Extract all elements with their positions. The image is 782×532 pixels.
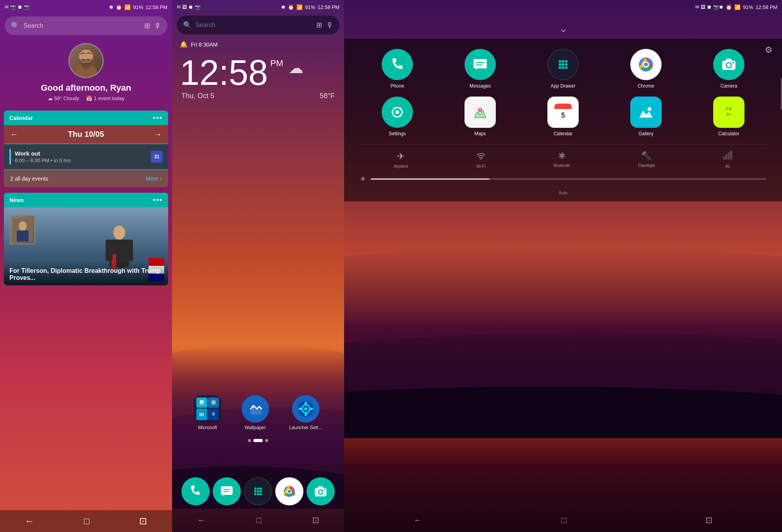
toggle-bluetooth[interactable]: ✱ Bluetooth: [554, 151, 570, 168]
qs-app-gallery[interactable]: Gallery: [608, 97, 683, 136]
news-image[interactable]: For Tillerson, Diplomatic Breakthrough w…: [4, 207, 168, 285]
qs-settings-icon[interactable]: [382, 97, 413, 128]
event-item[interactable]: Work out 6:00 – 6:30 PM • in 5 hrs 31: [4, 144, 168, 169]
dock-camera-icon[interactable]: [307, 477, 335, 505]
qs-calculator-icon[interactable]: ÷× +-: [713, 97, 744, 128]
dock-messages-icon[interactable]: [213, 477, 241, 505]
dock-chrome-icon[interactable]: [275, 477, 303, 505]
qs-app-calculator[interactable]: ÷× +- Calculator: [691, 97, 766, 136]
dock-phone-icon[interactable]: [181, 477, 210, 505]
more-button[interactable]: More ›: [146, 176, 162, 182]
next-day-button[interactable]: →: [154, 130, 162, 139]
qs-gallery-icon[interactable]: [630, 97, 662, 128]
toggle-flashlight[interactable]: 🔦 Flashlight: [638, 151, 655, 168]
news-title: News: [9, 197, 24, 203]
search-bar-2[interactable]: 🔍 ⊞ 🎙: [177, 16, 339, 34]
app-label-microsoft: Microsoft: [198, 425, 217, 430]
qs-messages-label: Messages: [470, 83, 491, 89]
settings-gear-button[interactable]: ⚙: [765, 45, 773, 55]
recents-button-2[interactable]: ⊡: [312, 515, 319, 525]
p2-mic-icon[interactable]: 🎙: [326, 21, 333, 29]
launcher-settings-icon[interactable]: [292, 395, 319, 423]
p3-time: 12:58 PM: [755, 4, 777, 10]
p3-stop-icon: ⏹: [707, 4, 712, 10]
home-button-3[interactable]: □: [561, 515, 566, 525]
toggle-airplane[interactable]: ✈ Airplane: [394, 151, 408, 168]
svg-point-36: [260, 493, 262, 495]
expand-icon[interactable]: ⊞: [144, 21, 150, 30]
drawer-handle[interactable]: ⌄: [344, 14, 782, 39]
airplane-icon: ✈: [397, 151, 405, 162]
search-bar-1[interactable]: 🔍 ⊞ 🎙: [5, 16, 167, 35]
qs-phone-icon[interactable]: [382, 49, 413, 80]
qs-camera-label: Camera: [721, 83, 737, 89]
toggle-4g[interactable]: 4G: [723, 151, 732, 168]
qs-maps-icon[interactable]: [465, 97, 496, 128]
wallpaper-app-icon[interactable]: [242, 395, 269, 423]
search-input-1[interactable]: [23, 22, 140, 29]
brightness-slider[interactable]: [371, 178, 766, 180]
calendar-menu-button[interactable]: •••: [153, 114, 163, 122]
mic-icon[interactable]: 🎙: [154, 22, 161, 30]
bt-label: Bluetooth: [554, 163, 570, 168]
user-info: ☁ 58° Cloudy 📅 1 event today: [48, 95, 125, 101]
cloud-icon: ☁: [48, 95, 53, 101]
svg-rect-25: [221, 486, 233, 495]
qs-app-camera[interactable]: Camera: [691, 49, 766, 89]
search-input-2[interactable]: [196, 21, 312, 29]
svg-point-29: [257, 487, 259, 490]
bell-icon: 🔔: [180, 41, 188, 48]
recents-button-1[interactable]: ⊡: [139, 516, 147, 527]
svg-rect-84: [725, 154, 727, 159]
portrait-painting: [10, 215, 35, 244]
app-item-wallpaper[interactable]: Wallpaper: [242, 395, 269, 430]
app-item-launcher-settings[interactable]: Launcher Sett...: [289, 395, 322, 430]
svg-point-7: [113, 226, 125, 240]
qs-settings-label: Settings: [389, 131, 405, 136]
back-button-2[interactable]: ←: [197, 515, 206, 525]
back-button-1[interactable]: ←: [25, 516, 34, 527]
qs-app-maps[interactable]: Maps: [443, 97, 518, 136]
qs-calendar-icon[interactable]: 5: [547, 97, 579, 128]
qs-messages-icon[interactable]: [465, 49, 496, 80]
qs-app-phone[interactable]: Phone: [360, 49, 435, 89]
qs-app-calendar[interactable]: 5 Calendar: [526, 97, 601, 136]
status-right-icons: ✱ ⏰ 📶 91% 12:58 PM: [109, 4, 167, 10]
qs-app-drawer[interactable]: App Drawer: [526, 49, 601, 89]
p2-time: 12:58 PM: [317, 4, 339, 10]
weather-cloud-icon: ☁: [289, 61, 303, 75]
p2-expand-icon[interactable]: ⊞: [316, 21, 322, 29]
toggle-wifi[interactable]: Wi-Fi: [476, 151, 486, 168]
time-display: 12:58 PM: [145, 4, 167, 10]
prev-day-button[interactable]: ←: [10, 130, 18, 139]
calendar-date-display: Thu 10/05: [68, 130, 104, 139]
page-dot-2-active: [253, 439, 263, 442]
svg-point-52: [559, 63, 561, 66]
dock-apps-icon[interactable]: [244, 477, 272, 505]
flashlight-icon: 🔦: [641, 151, 652, 161]
home-button-1[interactable]: □: [84, 516, 90, 527]
svg-rect-27: [223, 491, 229, 492]
qs-chrome-icon[interactable]: [630, 49, 662, 80]
svg-point-65: [732, 62, 734, 64]
home-button-2[interactable]: □: [256, 515, 261, 525]
svg-point-28: [254, 487, 256, 490]
qs-gallery-label: Gallery: [639, 131, 653, 136]
qs-camera-icon[interactable]: [713, 49, 744, 80]
clock-ampm: PM: [270, 59, 283, 68]
qs-drawer-icon[interactable]: [547, 49, 579, 80]
event-time: 6:00 – 6:30 PM • in 5 hrs: [15, 158, 147, 163]
recents-button-3[interactable]: ⊡: [705, 515, 712, 525]
app-item-microsoft[interactable]: 📊 🔢 in S Microsoft: [194, 395, 221, 430]
qs-app-settings[interactable]: Settings: [360, 97, 435, 136]
back-button-3[interactable]: ←: [414, 515, 422, 525]
news-menu-button[interactable]: •••: [153, 196, 163, 204]
brightness-fill: [371, 178, 490, 180]
qs-app-messages[interactable]: Messages: [443, 49, 518, 89]
dock-row: [172, 477, 344, 505]
date-weather-row: Thu, Oct 5 58°F: [180, 92, 336, 100]
microsoft-folder-icon[interactable]: 📊 🔢 in S: [194, 395, 221, 423]
qs-app-chrome[interactable]: Chrome: [608, 49, 683, 89]
svg-point-49: [559, 60, 561, 63]
brightness-icon: ☀: [360, 175, 366, 183]
